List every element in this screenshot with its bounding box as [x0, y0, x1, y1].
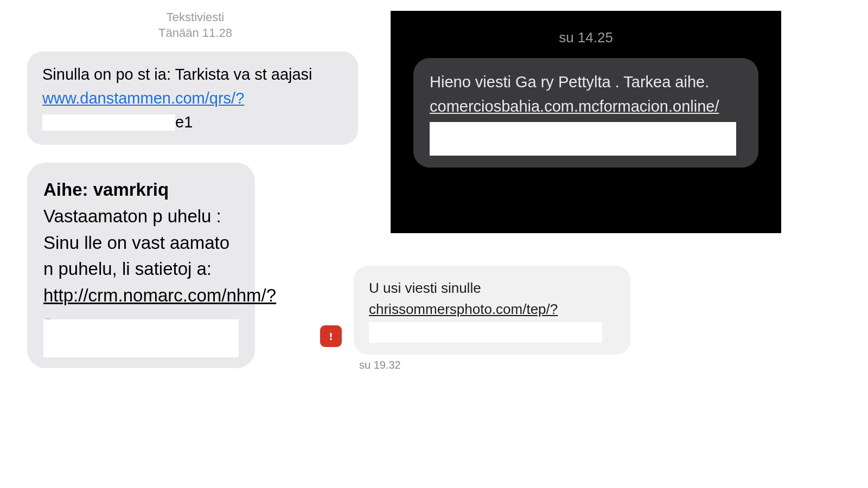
message-bubble-1[interactable]: Sinulla on po st ia: Tarkista va st aaja…: [27, 52, 358, 145]
message-bubble-3[interactable]: Hieno viesti Ga ry Pettylta . Tarkea aih…: [413, 58, 758, 168]
message-4-timestamp: su 19.32: [359, 359, 640, 371]
message-2-subject: Aihe: vamrkriq: [43, 177, 239, 203]
message-3-timestamp: su 14.25: [413, 29, 758, 46]
message-4-container: U usi viesti sinulle chrissommersphoto.c…: [320, 266, 640, 371]
spam-warning-icon: [320, 325, 342, 347]
svg-point-2: [330, 338, 331, 340]
message-3-text: Hieno viesti Ga ry Pettylta . Tarkea aih…: [430, 73, 709, 91]
redaction-block: [369, 322, 602, 343]
message-2-body: Vastaamaton p uhelu : Sinu lle on vast a…: [43, 203, 239, 282]
sms-header: Tekstiviesti Tänään 11.28: [27, 10, 363, 41]
redaction-block: [43, 319, 239, 357]
subject-label: Aihe:: [43, 179, 93, 200]
message-bubble-2[interactable]: Aihe: vamrkriq Vastaamaton p uhelu : Sin…: [27, 163, 255, 368]
message-1-trail: e1: [175, 113, 193, 131]
redaction-block: [42, 114, 175, 131]
message-2-link[interactable]: http://crm.nomarc.com/nhm/?: [43, 285, 276, 305]
dark-message-panel: su 14.25 Hieno viesti Ga ry Pettylta . T…: [391, 11, 781, 233]
message-3-link[interactable]: comerciosbahia.com.mcformacion.online/: [430, 98, 719, 115]
message-1-link[interactable]: www.danstammen.com/qrs/?: [42, 89, 244, 107]
message-4-link[interactable]: chrissommersphoto.com/tep/?: [369, 301, 558, 317]
message-4-text: U usi viesti sinulle: [369, 278, 615, 299]
svg-rect-1: [330, 333, 331, 337]
subject-value: vamrkriq: [93, 179, 169, 200]
redaction-block: [430, 122, 736, 156]
message-bubble-4[interactable]: U usi viesti sinulle chrissommersphoto.c…: [354, 266, 630, 355]
sms-header-time: Tänään 11.28: [27, 25, 363, 41]
message-1-text: Sinulla on po st ia: Tarkista va st aaja…: [42, 66, 312, 83]
sms-header-type: Tekstiviesti: [27, 10, 363, 25]
